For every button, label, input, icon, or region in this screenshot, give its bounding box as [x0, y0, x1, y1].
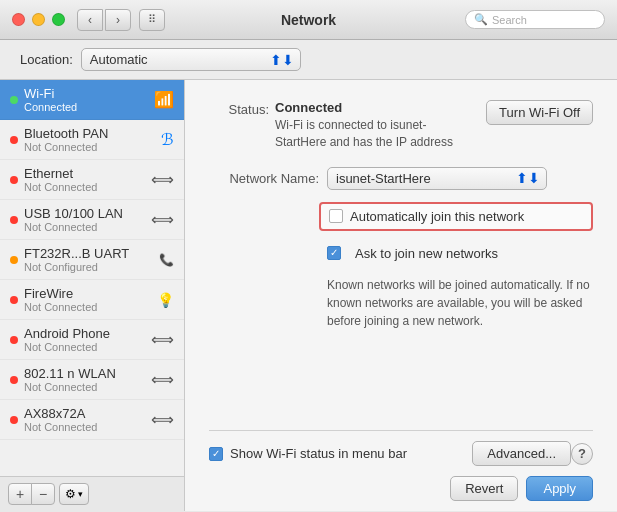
net-status-wlan: Not Connected	[24, 381, 147, 393]
advanced-button[interactable]: Advanced...	[472, 441, 571, 466]
right-panel: Status: Connected Wi-Fi is connected to …	[185, 80, 617, 511]
sidebar-item-ax88[interactable]: AX88x72A Not Connected ⟺	[0, 400, 184, 440]
turn-wifi-off-button[interactable]: Turn Wi-Fi Off	[486, 100, 593, 125]
auto-join-label: Automatically join this network	[350, 209, 524, 224]
bluetooth-icon: ℬ	[161, 130, 174, 149]
sidebar-item-bluetooth[interactable]: Bluetooth PAN Not Connected ℬ	[0, 120, 184, 160]
status-dot-bluetooth	[10, 136, 18, 144]
net-status-firewire: Not Connected	[24, 301, 153, 313]
net-status-ax88: Not Connected	[24, 421, 147, 433]
sidebar-toolbar: + − ⚙ ▾	[0, 476, 184, 511]
location-dropdown[interactable]: Automatic ⬆⬇	[81, 48, 301, 71]
nav-buttons: ‹ ›	[77, 9, 131, 31]
firewire-icon: 💡	[157, 292, 174, 308]
status-dot-android	[10, 336, 18, 344]
sidebar-item-android[interactable]: Android Phone Not Connected ⟺	[0, 320, 184, 360]
revert-button[interactable]: Revert	[450, 476, 518, 501]
ask-join-row: ✓ Ask to join new networks	[319, 241, 593, 266]
chevron-down-icon: ⬆⬇	[270, 52, 294, 68]
ask-join-description: Known networks will be joined automatica…	[327, 276, 593, 330]
ask-join-label: Ask to join new networks	[355, 246, 498, 261]
show-wifi-row: ✓ Show Wi-Fi status in menu bar Advanced…	[209, 441, 593, 466]
net-name-ax88: AX88x72A	[24, 406, 147, 421]
net-name-ft232: FT232R...B UART	[24, 246, 155, 261]
window-title: Network	[281, 12, 336, 28]
net-status-bluetooth: Not Connected	[24, 141, 157, 153]
grid-button[interactable]: ⠿	[139, 9, 165, 31]
net-status-ft232: Not Configured	[24, 261, 155, 273]
net-name-ethernet: Ethernet	[24, 166, 147, 181]
network-name-row: Network Name: isunet-StartHere ⬆⬇	[209, 167, 593, 190]
sidebar: Wi-Fi Connected 📶 Bluetooth PAN Not Conn…	[0, 80, 185, 511]
network-name-dropdown[interactable]: isunet-StartHere ⬆⬇	[327, 167, 547, 190]
search-box[interactable]: 🔍 Search	[465, 10, 605, 29]
maximize-button[interactable]	[52, 13, 65, 26]
network-name-chevron-icon: ⬆⬇	[516, 170, 540, 186]
status-dot-ethernet	[10, 176, 18, 184]
gear-dropdown-arrow: ▾	[78, 489, 83, 499]
show-wifi-label: Show Wi-Fi status in menu bar	[230, 446, 407, 461]
wifi-icon: 📶	[154, 90, 174, 109]
net-name-usb: USB 10/100 LAN	[24, 206, 147, 221]
auto-join-row[interactable]: Automatically join this network	[319, 202, 593, 231]
status-dot-usb	[10, 216, 18, 224]
uart-icon: 📞	[159, 253, 174, 267]
ask-join-checkbox[interactable]: ✓	[327, 246, 341, 260]
ax88-icon: ⟺	[151, 410, 174, 429]
sidebar-item-ethernet[interactable]: Ethernet Not Connected ⟺	[0, 160, 184, 200]
gear-button[interactable]: ⚙ ▾	[59, 483, 89, 505]
sidebar-item-firewire[interactable]: FireWire Not Connected 💡	[0, 280, 184, 320]
net-name-bluetooth: Bluetooth PAN	[24, 126, 157, 141]
sidebar-item-ft232[interactable]: FT232R...B UART Not Configured 📞	[0, 240, 184, 280]
net-name-wifi: Wi-Fi	[24, 86, 150, 101]
android-icon: ⟺	[151, 330, 174, 349]
traffic-lights	[12, 13, 65, 26]
gear-icon: ⚙	[65, 487, 76, 501]
status-dot-ax88	[10, 416, 18, 424]
forward-button[interactable]: ›	[105, 9, 131, 31]
location-label: Location:	[20, 52, 73, 67]
net-name-firewire: FireWire	[24, 286, 153, 301]
bottom-section: ✓ Show Wi-Fi status in menu bar Advanced…	[209, 430, 593, 501]
net-name-android: Android Phone	[24, 326, 147, 341]
wlan-icon: ⟺	[151, 370, 174, 389]
sidebar-item-usb[interactable]: USB 10/100 LAN Not Connected ⟺	[0, 200, 184, 240]
auto-join-checkbox[interactable]	[329, 209, 343, 223]
title-bar: ‹ › ⠿ Network 🔍 Search	[0, 0, 617, 40]
show-wifi-checkbox[interactable]: ✓	[209, 447, 223, 461]
network-name-label: Network Name:	[209, 171, 319, 186]
status-value: Connected	[275, 100, 476, 115]
ethernet-icon: ⟺	[151, 170, 174, 189]
status-dot-wifi	[10, 96, 18, 104]
bottom-actions: Revert Apply	[209, 476, 593, 501]
net-name-wlan: 802.11 n WLAN	[24, 366, 147, 381]
search-placeholder: Search	[492, 14, 527, 26]
apply-button[interactable]: Apply	[526, 476, 593, 501]
network-name-value: isunet-StartHere	[336, 171, 431, 186]
add-network-button[interactable]: +	[8, 483, 32, 505]
sidebar-item-wifi[interactable]: Wi-Fi Connected 📶	[0, 80, 184, 120]
close-button[interactable]	[12, 13, 25, 26]
sidebar-item-wlan[interactable]: 802.11 n WLAN Not Connected ⟺	[0, 360, 184, 400]
add-remove-buttons: + −	[8, 483, 55, 505]
status-description: Wi-Fi is connected to isunet-StartHere a…	[275, 117, 476, 151]
net-status-android: Not Connected	[24, 341, 147, 353]
main-content: Wi-Fi Connected 📶 Bluetooth PAN Not Conn…	[0, 80, 617, 511]
location-value: Automatic	[90, 52, 148, 67]
help-button[interactable]: ?	[571, 443, 593, 465]
back-button[interactable]: ‹	[77, 9, 103, 31]
search-icon: 🔍	[474, 13, 488, 26]
status-dot-wlan	[10, 376, 18, 384]
remove-network-button[interactable]: −	[31, 483, 55, 505]
minimize-button[interactable]	[32, 13, 45, 26]
usb-ethernet-icon: ⟺	[151, 210, 174, 229]
location-bar: Location: Automatic ⬆⬇	[0, 40, 617, 80]
net-status-wifi: Connected	[24, 101, 150, 113]
status-label: Status:	[209, 100, 269, 117]
status-dot-firewire	[10, 296, 18, 304]
network-list: Wi-Fi Connected 📶 Bluetooth PAN Not Conn…	[0, 80, 184, 476]
status-section: Status: Connected Wi-Fi is connected to …	[209, 100, 593, 151]
net-status-usb: Not Connected	[24, 221, 147, 233]
status-dot-ft232	[10, 256, 18, 264]
net-status-ethernet: Not Connected	[24, 181, 147, 193]
